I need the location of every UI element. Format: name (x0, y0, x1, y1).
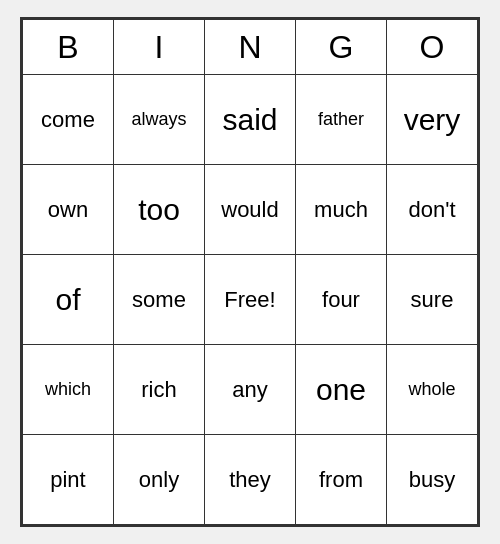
cell-word: Free! (205, 287, 295, 313)
header-row: BINGO (23, 20, 478, 75)
cell-word: always (114, 109, 204, 130)
bingo-cell-4-4: busy (387, 435, 478, 525)
bingo-card: BINGO comealwayssaidfatherveryowntoowoul… (20, 17, 480, 527)
bingo-cell-2-4: sure (387, 255, 478, 345)
cell-word: own (23, 197, 113, 223)
header-cell-i: I (114, 20, 205, 75)
bingo-table: BINGO comealwayssaidfatherveryowntoowoul… (22, 19, 478, 525)
bingo-cell-2-0: of (23, 255, 114, 345)
table-row: whichrichanyonewhole (23, 345, 478, 435)
bingo-cell-1-2: would (205, 165, 296, 255)
header-cell-g: G (296, 20, 387, 75)
cell-word: whole (387, 379, 477, 400)
cell-word: sure (387, 287, 477, 313)
header-cell-n: N (205, 20, 296, 75)
bingo-cell-1-3: much (296, 165, 387, 255)
cell-word: any (205, 377, 295, 403)
cell-word: rich (114, 377, 204, 403)
cell-word: they (205, 467, 295, 493)
table-row: owntoowouldmuchdon't (23, 165, 478, 255)
bingo-cell-4-1: only (114, 435, 205, 525)
cell-word: some (114, 287, 204, 313)
bingo-cell-1-1: too (114, 165, 205, 255)
bingo-cell-1-0: own (23, 165, 114, 255)
cell-word: only (114, 467, 204, 493)
bingo-cell-4-3: from (296, 435, 387, 525)
bingo-cell-1-4: don't (387, 165, 478, 255)
cell-word: from (296, 467, 386, 493)
bingo-cell-2-3: four (296, 255, 387, 345)
bingo-cell-0-1: always (114, 75, 205, 165)
bingo-cell-4-0: pint (23, 435, 114, 525)
cell-word: said (205, 103, 295, 137)
bingo-cell-0-2: said (205, 75, 296, 165)
table-row: pintonlytheyfrombusy (23, 435, 478, 525)
bingo-cell-4-2: they (205, 435, 296, 525)
bingo-cell-3-2: any (205, 345, 296, 435)
bingo-cell-0-0: come (23, 75, 114, 165)
bingo-cell-3-3: one (296, 345, 387, 435)
cell-word: pint (23, 467, 113, 493)
cell-word: would (205, 197, 295, 223)
bingo-cell-0-4: very (387, 75, 478, 165)
cell-word: come (23, 107, 113, 133)
bingo-cell-2-2: Free! (205, 255, 296, 345)
cell-word: which (23, 379, 113, 400)
table-row: comealwayssaidfathervery (23, 75, 478, 165)
cell-word: very (387, 103, 477, 137)
bingo-cell-3-4: whole (387, 345, 478, 435)
cell-word: father (296, 109, 386, 130)
cell-word: one (296, 373, 386, 407)
bingo-cell-2-1: some (114, 255, 205, 345)
cell-word: don't (387, 197, 477, 223)
cell-word: four (296, 287, 386, 313)
cell-word: of (23, 283, 113, 317)
bingo-cell-0-3: father (296, 75, 387, 165)
table-row: ofsomeFree!foursure (23, 255, 478, 345)
header-cell-b: B (23, 20, 114, 75)
cell-word: busy (387, 467, 477, 493)
cell-word: much (296, 197, 386, 223)
bingo-cell-3-0: which (23, 345, 114, 435)
header-cell-o: O (387, 20, 478, 75)
bingo-cell-3-1: rich (114, 345, 205, 435)
cell-word: too (114, 193, 204, 227)
